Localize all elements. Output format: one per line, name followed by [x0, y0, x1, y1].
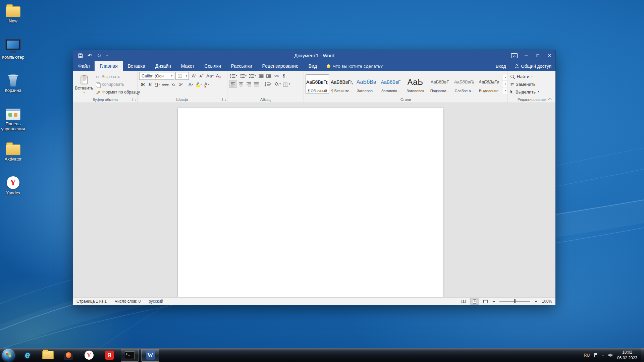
zoom-in-button[interactable]: +	[535, 299, 537, 304]
save-button[interactable]	[76, 51, 85, 60]
language-indicator[interactable]: русский	[149, 299, 163, 304]
dialog-launcher-icon[interactable]	[299, 98, 302, 101]
dialog-launcher-icon[interactable]	[503, 98, 506, 101]
ribbon-display-options-button[interactable]	[508, 50, 520, 61]
shading-button[interactable]: ▾	[273, 80, 282, 88]
highlight-button[interactable]: ▾	[195, 81, 203, 88]
redo-button[interactable]: ↻	[95, 51, 103, 60]
style-card-normal[interactable]: АаБбВвГг, ¶ Обычный	[306, 74, 329, 94]
shrink-font-button[interactable]: А ▾	[198, 72, 205, 80]
clear-formatting-button[interactable]: А	[215, 72, 222, 80]
style-card-subtitle[interactable]: АаБбВвГ Подзагол...	[428, 74, 451, 94]
style-card-heading1[interactable]: АаБбВв Заголово...	[355, 74, 378, 94]
gallery-expand-button[interactable]: ▾	[502, 87, 507, 94]
line-spacing-button[interactable]: ▾	[263, 80, 272, 88]
share-button[interactable]: Общий доступ	[515, 61, 551, 71]
taskbar-word-button[interactable]: W	[141, 349, 159, 362]
style-card-title[interactable]: АаЬ Заголовок	[404, 74, 427, 94]
desktop-icon-aktivator[interactable]: Aktivator	[0, 142, 28, 162]
bullets-button[interactable]: ▾	[229, 72, 238, 79]
minimize-button[interactable]: ─	[520, 50, 532, 61]
tell-me-search[interactable]: Что вы хотите сделать?	[327, 61, 383, 71]
text-effects-button[interactable]: А ▾	[187, 81, 195, 88]
tab-insert[interactable]: Вставка	[123, 61, 150, 71]
show-marks-button[interactable]: ¶	[280, 72, 287, 79]
undo-button[interactable]: ↶	[86, 51, 94, 60]
dialog-launcher-icon[interactable]	[132, 98, 136, 101]
zoom-level[interactable]: 100%	[542, 299, 552, 304]
font-name-select[interactable]: Calibri (Осн ▾	[139, 72, 174, 80]
language-flag-icon[interactable]	[594, 353, 598, 357]
web-layout-button[interactable]	[481, 298, 490, 305]
maximize-button[interactable]: □	[532, 50, 544, 61]
grow-font-button[interactable]: А ▴	[191, 72, 198, 80]
gallery-scroll-down-button[interactable]: ▾	[502, 81, 507, 87]
multilevel-list-button[interactable]: ▾	[248, 72, 257, 79]
tab-design[interactable]: Дизайн	[150, 61, 176, 71]
italic-button[interactable]: К	[147, 81, 154, 88]
tab-review[interactable]: Рецензирование	[257, 61, 304, 71]
borders-button[interactable]: ▾	[282, 80, 291, 88]
change-case-button[interactable]: Аа ▾	[205, 72, 215, 80]
taskbar-ie-button[interactable]: e	[18, 349, 37, 362]
format-painter-button[interactable]: Формат по образцу	[96, 89, 140, 95]
copy-button[interactable]: Копировать	[96, 81, 140, 87]
underline-button[interactable]: Ч ▾	[154, 81, 161, 88]
show-hidden-icons-button[interactable]: ▴	[602, 354, 604, 357]
align-center-button[interactable]	[237, 80, 245, 88]
align-right-button[interactable]	[245, 80, 253, 88]
speaker-icon[interactable]	[608, 353, 613, 357]
taskbar-explorer-button[interactable]	[39, 349, 57, 362]
sort-button[interactable]: АЯ↓	[273, 72, 280, 79]
cut-button[interactable]: ✂ Вырезать	[96, 74, 140, 80]
document-page[interactable]	[178, 108, 443, 297]
replace-button[interactable]: ⇄ Заменить	[511, 81, 539, 87]
subscript-button[interactable]: х₂	[170, 81, 177, 88]
start-button[interactable]	[2, 349, 15, 362]
decrease-indent-button[interactable]	[257, 72, 265, 79]
read-mode-button[interactable]	[459, 298, 468, 305]
find-button[interactable]: Найти ▾	[511, 73, 539, 80]
desktop-icon-yandex[interactable]: Y Yandex	[0, 176, 28, 196]
desktop-icon-control-panel[interactable]: Панель управления	[0, 107, 28, 132]
tab-home[interactable]: Главная	[95, 61, 122, 71]
tab-view[interactable]: Вид	[304, 61, 322, 71]
clock[interactable]: 18:02 06.02.2023	[617, 350, 637, 360]
font-color-button[interactable]: А ▾	[203, 81, 210, 88]
close-button[interactable]: ×	[544, 50, 555, 61]
increase-indent-button[interactable]	[265, 72, 272, 79]
desktop-icon-recycle-bin[interactable]: Корзина	[0, 74, 28, 93]
tab-references[interactable]: Ссылки	[199, 61, 226, 71]
zoom-slider[interactable]	[499, 301, 530, 302]
dialog-launcher-icon[interactable]	[222, 98, 226, 101]
gallery-scroll-up-button[interactable]: ▴	[502, 74, 507, 81]
style-card-no-spacing[interactable]: АаБбВвГг, ¶ Без инте...	[330, 74, 354, 94]
style-card-subtle-emphasis[interactable]: АаБбВвГв Слабое в...	[452, 74, 476, 94]
desktop-icon-computer[interactable]: Компьютер	[0, 39, 28, 60]
font-size-select[interactable]: 11 ▾	[175, 72, 189, 80]
sign-in-button[interactable]: Вход	[496, 61, 506, 71]
taskbar-yandex-app-button[interactable]: Я	[100, 349, 118, 362]
paste-button[interactable]: Вставить ▾	[75, 72, 93, 96]
collapse-ribbon-button[interactable]	[549, 98, 552, 101]
zoom-slider-thumb[interactable]	[514, 299, 516, 303]
tab-mailings[interactable]: Рассылки	[226, 61, 257, 71]
style-card-emphasis[interactable]: АаБбВвГв Выделение	[477, 74, 500, 94]
tab-file[interactable]: Файл	[73, 61, 95, 71]
strikethrough-button[interactable]: abc	[161, 81, 170, 88]
show-desktop-button[interactable]	[641, 348, 644, 362]
align-left-button[interactable]	[229, 80, 237, 88]
print-layout-button[interactable]	[470, 298, 479, 305]
tab-layout[interactable]: Макет	[176, 61, 200, 71]
word-count[interactable]: Число слов: 0	[115, 299, 141, 304]
justify-button[interactable]	[253, 80, 260, 88]
taskbar-cmd-button[interactable]: >_	[121, 349, 139, 362]
bold-button[interactable]: Ж	[139, 81, 146, 88]
numbering-button[interactable]: ▾	[238, 72, 248, 79]
customize-qat-button[interactable]: ▾	[104, 51, 110, 60]
taskbar-yandex-browser-button[interactable]: Y	[80, 349, 98, 362]
select-button[interactable]: Выделить ▾	[511, 88, 539, 95]
zoom-out-button[interactable]: −	[492, 299, 495, 304]
page-indicator[interactable]: Страница 1 из 1	[76, 299, 107, 304]
superscript-button[interactable]: х²	[177, 81, 184, 88]
